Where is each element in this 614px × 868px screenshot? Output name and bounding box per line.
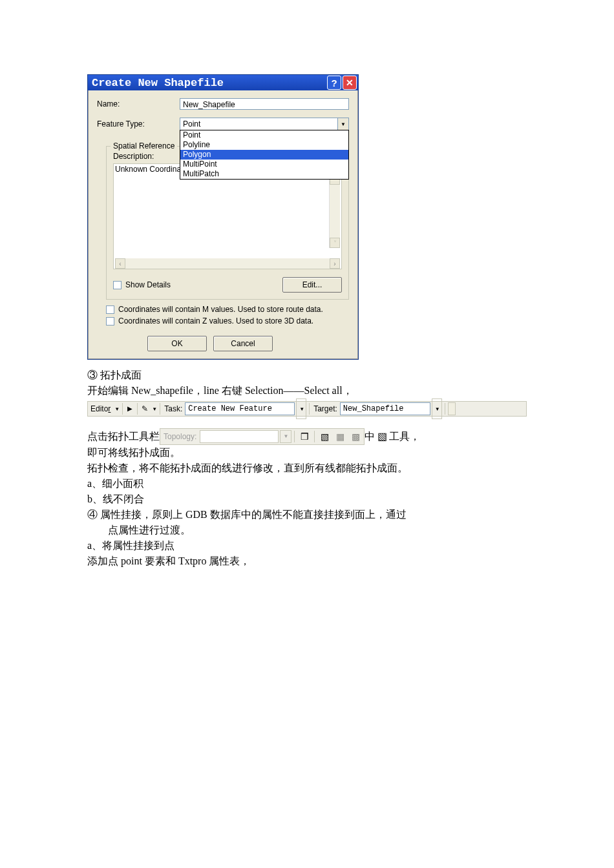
text-line: 开始编辑 New_shapefile，line 右键 Selection——Se… (87, 383, 527, 398)
ok-button[interactable]: OK (147, 336, 207, 351)
topology-validate-icon[interactable]: ▦ (333, 430, 347, 443)
show-details-checkbox[interactable] (113, 281, 122, 289)
topology-tool-icon[interactable]: ❒ (297, 430, 312, 443)
text-line: 中 (365, 429, 375, 444)
chevron-down-icon[interactable] (296, 398, 306, 419)
chevron-down-icon[interactable] (432, 398, 442, 419)
help-button[interactable]: ? (327, 76, 341, 90)
spatial-reference-legend: Spatial Reference (111, 141, 177, 150)
text-line: 工具， (389, 429, 420, 444)
combo-item-multipoint[interactable]: MultiPoint (180, 160, 348, 169)
target-label: Target: (312, 401, 339, 417)
topology-toolbar: Topology: ▼ ❒ ▧ ▦ ▩ (160, 428, 365, 445)
topology-label: Topology: (162, 429, 198, 444)
chevron-down-icon[interactable] (151, 400, 157, 417)
feature-type-value: Point (180, 119, 337, 129)
topology-input[interactable] (200, 430, 279, 443)
editor-menu[interactable]: Editor (89, 401, 112, 417)
chevron-down-icon[interactable] (113, 400, 120, 417)
text-line: 拓扑检查，将不能拓扑成面的线进行修改，直到所有线都能拓扑成面。 (87, 460, 527, 476)
text-line: a、细小面积 (87, 476, 527, 491)
text-line: b、线不闭合 (87, 491, 527, 507)
show-details-label: Show Details (125, 280, 171, 289)
horizontal-scrollbar[interactable]: ‹ › (115, 258, 340, 269)
text-line: ④ 属性挂接，原则上 GDB 数据库中的属性不能直接挂接到面上，通过 (87, 507, 527, 522)
topology-construct-icon[interactable]: ▧ (375, 430, 389, 443)
zvalues-label: Coordinates will contain Z values. Used … (118, 316, 313, 326)
zvalues-checkbox[interactable] (106, 317, 114, 326)
cancel-button[interactable]: Cancel (213, 336, 273, 351)
text-line: 点击拓扑工具栏 (87, 429, 160, 444)
titlebar: Create New Shapefile ? ✕ (88, 75, 358, 90)
dialog-title: Create New Shapefile (92, 77, 326, 89)
combo-item-polygon[interactable]: Polygon (180, 150, 348, 160)
create-shapefile-dialog: Create New Shapefile ? ✕ Name: New_Shape… (87, 74, 359, 360)
topology-build-icon[interactable]: ▧ (317, 430, 332, 443)
feature-type-label: Feature Type: (97, 119, 180, 129)
chevron-down-icon[interactable] (337, 118, 348, 130)
task-input[interactable]: Create New Feature (185, 402, 295, 415)
task-label: Task: (163, 401, 184, 417)
toolbar-end-icon (448, 402, 456, 415)
editor-toolbar: Editor Task: Create New Feature Target: … (87, 401, 527, 417)
close-button[interactable]: ✕ (343, 76, 357, 90)
combo-item-point[interactable]: Point (180, 130, 348, 140)
pencil-icon[interactable] (140, 404, 149, 413)
mvalues-checkbox[interactable] (106, 305, 114, 314)
name-input[interactable]: New_Shapefile (180, 98, 349, 110)
target-input[interactable]: New_Shapefile (340, 402, 430, 415)
scroll-down-icon[interactable]: ˅ (330, 238, 340, 248)
text-line: 添加点 point 要素和 Txtpro 属性表， (87, 553, 527, 569)
text-line: a、将属性挂接到点 (87, 538, 527, 553)
play-icon[interactable] (125, 404, 134, 413)
text-line: 即可将线拓扑成面。 (87, 445, 527, 460)
combo-item-multipatch[interactable]: MultiPatch (180, 169, 348, 179)
edit-button[interactable]: Edit... (282, 277, 342, 293)
text-line: ③ 拓扑成面 (87, 367, 527, 383)
chevron-down-icon[interactable]: ▼ (280, 430, 291, 443)
vertical-scrollbar[interactable]: ˄ ˅ (329, 174, 340, 248)
scroll-left-icon[interactable]: ‹ (115, 258, 125, 269)
name-label: Name: (97, 99, 180, 108)
text-line: 点属性进行过渡。 (87, 522, 527, 538)
mvalues-label: Coordinates will contain M values. Used … (118, 305, 323, 314)
topology-fix-icon[interactable]: ▩ (348, 430, 363, 443)
feature-type-combo[interactable]: Point (180, 118, 349, 130)
combo-item-polyline[interactable]: Polyline (180, 140, 348, 150)
feature-type-dropdown[interactable]: Point Polyline Polygon MultiPoint MultiP… (180, 130, 349, 180)
scroll-right-icon[interactable]: › (330, 258, 340, 269)
